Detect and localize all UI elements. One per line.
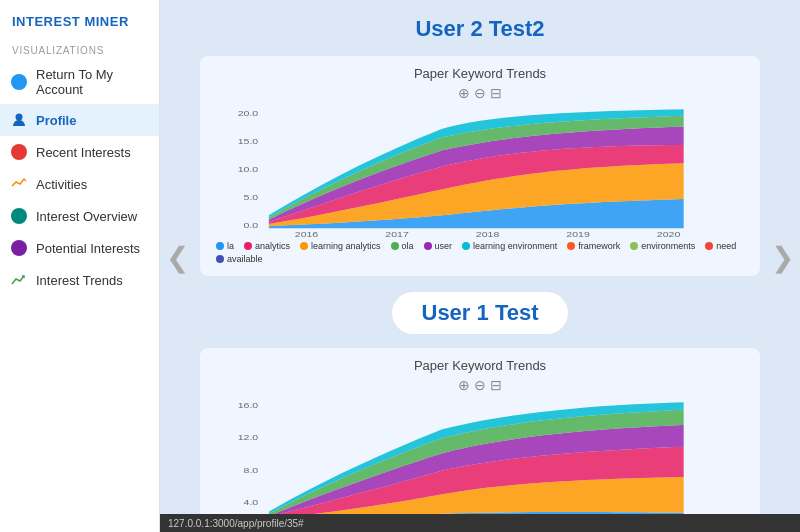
overview-icon	[10, 207, 28, 225]
svg-text:12.0: 12.0	[238, 434, 259, 442]
svg-text:2020: 2020	[657, 230, 680, 237]
svg-text:5.0: 5.0	[244, 194, 259, 202]
user1-title: User 2 Test2	[200, 16, 760, 42]
recent-icon	[10, 143, 28, 161]
svg-text:10.0: 10.0	[238, 165, 259, 173]
chart1-zoom-in[interactable]: ⊕	[458, 85, 470, 101]
status-bar: 127.0.0.1:3000/app/profile/35#	[160, 514, 800, 532]
sidebar-item-recent-interests[interactable]: Recent Interests	[0, 136, 159, 168]
svg-text:4.0: 4.0	[244, 499, 259, 507]
sidebar-item-potential-interests[interactable]: Potential Interests	[0, 232, 159, 264]
svg-text:2017: 2017	[385, 230, 408, 237]
chart2-reset[interactable]: ⊟	[490, 377, 502, 393]
sidebar-item-label: Potential Interests	[36, 241, 140, 256]
activities-icon	[10, 175, 28, 193]
svg-text:0.0: 0.0	[244, 222, 259, 230]
nav-next-button[interactable]: ❯	[771, 241, 794, 274]
chart1-controls: ⊕ ⊖ ⊟	[216, 85, 744, 101]
sidebar-item-label: Activities	[36, 177, 87, 192]
main-content: ❮ ❯ User 2 Test2 Paper Keyword Trends ⊕ …	[160, 0, 800, 532]
profile-icon	[10, 111, 28, 129]
svg-point-0	[16, 114, 23, 121]
user2-title-wrapper: User 1 Test	[200, 292, 760, 348]
sidebar-item-label: Interest Trends	[36, 273, 123, 288]
trends-icon	[10, 271, 28, 289]
chart2-card: Paper Keyword Trends ⊕ ⊖ ⊟ 16.0 12.0 8.0…	[200, 348, 760, 514]
chart1-svg: 20.0 15.0 10.0 5.0 0.0 2016 2017 2018 20…	[216, 107, 744, 237]
svg-text:2018: 2018	[476, 230, 499, 237]
sidebar-item-label: Profile	[36, 113, 76, 128]
chart1-reset[interactable]: ⊟	[490, 85, 502, 101]
sidebar-item-return-account[interactable]: Return To My Account	[0, 60, 159, 104]
sidebar-item-activities[interactable]: Activities	[0, 168, 159, 200]
sidebar: INTEREST MINER VISUALIZATIONS Return To …	[0, 0, 160, 532]
chart2-zoom-out[interactable]: ⊖	[474, 377, 486, 393]
chart2-title: Paper Keyword Trends	[216, 358, 744, 373]
app-title: INTEREST MINER	[0, 0, 159, 39]
sidebar-item-profile[interactable]: Profile	[0, 104, 159, 136]
chart2-controls: ⊕ ⊖ ⊟	[216, 377, 744, 393]
chart1-card: Paper Keyword Trends ⊕ ⊖ ⊟ 20.0 15.0 10.…	[200, 56, 760, 276]
nav-prev-button[interactable]: ❮	[166, 241, 189, 274]
potential-icon	[10, 239, 28, 257]
sidebar-item-interest-trends[interactable]: Interest Trends	[0, 264, 159, 296]
chart1-area: 20.0 15.0 10.0 5.0 0.0 2016 2017 2018 20…	[216, 107, 744, 237]
svg-text:15.0: 15.0	[238, 137, 259, 145]
chart2-zoom-in[interactable]: ⊕	[458, 377, 470, 393]
sidebar-item-interest-overview[interactable]: Interest Overview	[0, 200, 159, 232]
svg-text:16.0: 16.0	[238, 401, 259, 409]
sidebar-item-label: Interest Overview	[36, 209, 137, 224]
sidebar-item-label: Return To My Account	[36, 67, 149, 97]
user2-title: User 1 Test	[392, 292, 569, 334]
svg-text:8.0: 8.0	[244, 466, 259, 474]
chart1-legend: la analytics learning analytics ola user…	[216, 241, 744, 264]
sidebar-item-label: Recent Interests	[36, 145, 131, 160]
chart1-zoom-out[interactable]: ⊖	[474, 85, 486, 101]
chart2-svg: 16.0 12.0 8.0 4.0 0.0 2016 2017 2018 201…	[216, 399, 744, 514]
svg-text:20.0: 20.0	[238, 109, 259, 117]
svg-text:2016: 2016	[295, 230, 318, 237]
status-url: 127.0.0.1:3000/app/profile/35#	[168, 518, 304, 529]
chart1-title: Paper Keyword Trends	[216, 66, 744, 81]
chart2-area: 16.0 12.0 8.0 4.0 0.0 2016 2017 2018 201…	[216, 399, 744, 514]
sidebar-section-label: VISUALIZATIONS	[0, 39, 159, 60]
svg-text:2019: 2019	[566, 230, 589, 237]
return-icon	[10, 73, 28, 91]
main-panel: ❮ ❯ User 2 Test2 Paper Keyword Trends ⊕ …	[160, 0, 800, 514]
